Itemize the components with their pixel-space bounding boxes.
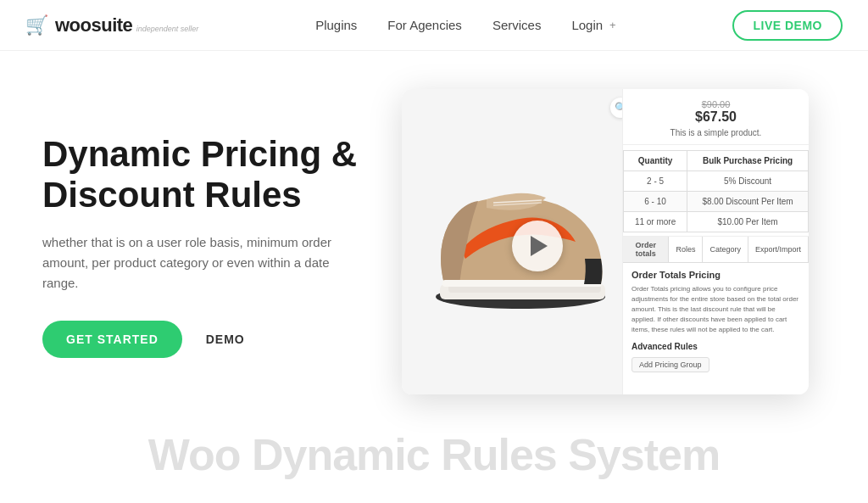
tab-buttons: Order totals Roles Category Export/Impor…: [623, 237, 809, 263]
old-price: $90.00: [635, 99, 797, 109]
tabs-section: Order totals Roles Category Export/Impor…: [623, 236, 809, 379]
pricing-3: $10.00 Per Item: [687, 212, 809, 232]
live-demo-button[interactable]: LIVE DEMO: [732, 10, 843, 41]
nav-right: LIVE DEMO: [732, 10, 843, 41]
tab-text: Order Totals pricing allows you to confi…: [632, 284, 800, 335]
pricing-2: $8.00 Discount Per Item: [687, 192, 809, 212]
nav-links: Plugins For Agencies Services Login +: [315, 18, 616, 32]
tab-title: Order Totals Pricing: [632, 270, 800, 280]
pricing-1: 5% Discount: [687, 171, 809, 192]
logo-name: woosuite: [55, 14, 132, 36]
table-row: 11 or more $10.00 Per Item: [624, 212, 809, 232]
product-desc: This is a simple product.: [635, 128, 797, 137]
logo-subtitle: independent seller: [136, 25, 199, 33]
table-row: 6 - 10 $8.00 Discount Per Item: [624, 192, 809, 212]
nav-for-agencies[interactable]: For Agencies: [387, 18, 462, 32]
hero-right: 🔍 $90.00 $67.50 This is a simple product…: [402, 89, 826, 403]
tab-roles[interactable]: Roles: [669, 237, 703, 262]
bottom-text: Woo Dynamic Rules System: [0, 424, 868, 477]
qty-1: 2 - 5: [624, 171, 687, 192]
table-col-pricing: Bulk Purchase Pricing: [687, 151, 809, 171]
pricing-table: Quantity Bulk Purchase Pricing 2 - 5 5% …: [623, 150, 809, 232]
new-price: $67.50: [635, 109, 797, 125]
tab-category[interactable]: Category: [703, 237, 748, 262]
screenshot-container: 🔍 $90.00 $67.50 This is a simple product…: [402, 89, 809, 394]
hero-left: Dynamic Pricing & Discount Rules whether…: [42, 134, 402, 359]
tab-export-import[interactable]: Export/Import: [748, 237, 809, 262]
cart-icon: 🛒: [25, 14, 48, 36]
play-button[interactable]: [512, 221, 563, 271]
qty-3: 11 or more: [624, 212, 687, 232]
get-started-button[interactable]: GET STARTED: [42, 321, 182, 358]
hero-title: Dynamic Pricing & Discount Rules: [42, 134, 402, 216]
logo-text-group: woosuite independent seller: [55, 14, 198, 36]
table-row: 2 - 5 5% Discount: [624, 171, 809, 192]
hero-subtitle: whether that is on a user role basis, mi…: [42, 232, 364, 293]
nav-services[interactable]: Services: [492, 18, 542, 32]
hero-section: Dynamic Pricing & Discount Rules whether…: [0, 51, 868, 424]
tab-content: Order Totals Pricing Order Totals pricin…: [623, 263, 809, 379]
table-col-qty: Quantity: [624, 151, 687, 171]
logo: 🛒 woosuite independent seller: [25, 14, 198, 36]
hero-buttons: GET STARTED DEMO: [42, 321, 402, 358]
qty-2: 6 - 10: [624, 192, 687, 212]
tab-order-totals[interactable]: Order totals: [623, 237, 669, 262]
advanced-rules: Advanced Rules Add Pricing Group: [632, 342, 800, 372]
pricing-panel: $90.00 $67.50 This is a simple product. …: [622, 89, 809, 394]
navigation: 🛒 woosuite independent seller Plugins Fo…: [0, 0, 868, 51]
nav-login[interactable]: Login +: [571, 18, 615, 32]
svg-rect-5: [442, 280, 602, 287]
price-section: $90.00 $67.50 This is a simple product.: [623, 89, 809, 145]
demo-link[interactable]: DEMO: [206, 333, 245, 346]
nav-plugins[interactable]: Plugins: [315, 18, 357, 32]
add-pricing-button[interactable]: Add Pricing Group: [632, 357, 709, 372]
advanced-rules-title: Advanced Rules: [632, 342, 800, 351]
play-icon: [531, 236, 548, 256]
